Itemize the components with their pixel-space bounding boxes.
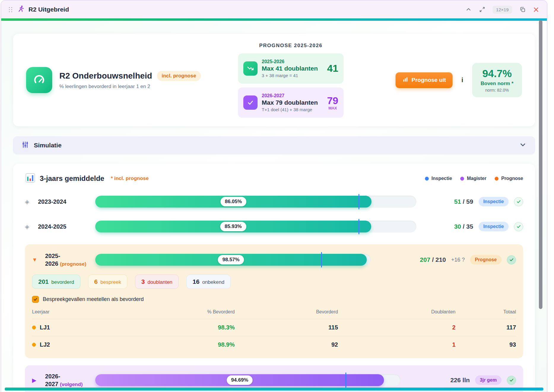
prognose-card-subtitle: 3 + 38 marge = 41 — [262, 73, 323, 78]
year-label-top: 2026- — [45, 373, 60, 380]
triangle-right-icon[interactable]: ▶ — [32, 377, 45, 384]
legend-dot-inspectie — [425, 177, 429, 181]
bespreek-checkbox-row[interactable]: Bespreekgevallen meetellen als bevorderd — [32, 296, 516, 303]
simulatie-accordion[interactable]: Simulatie — [13, 136, 535, 154]
fullscreen-icon[interactable] — [479, 6, 485, 13]
window-title: R2 Uitgebreid — [28, 6, 69, 13]
progress-fill: 85.93% — [95, 221, 371, 232]
norm-stat-card: 94.7% Boven norm * norm: 82.0% — [472, 63, 522, 97]
diamond-icon: ◈ — [25, 223, 38, 230]
prognose-card-year: 2026-2027 — [262, 93, 323, 98]
year-label-top: 2025- — [45, 253, 60, 259]
prognose-section-title: PROGNOSE 2025-2026 — [238, 43, 344, 49]
diamond-icon: ◈ — [25, 198, 38, 205]
score-value: 30 — [454, 223, 461, 230]
progress-fill: 94.69% — [95, 374, 384, 386]
prognose-card-value: 79 — [327, 95, 338, 106]
score-text: 226 lln — [450, 377, 470, 384]
legend-item-prognose: Prognose — [495, 176, 523, 181]
pill-doublanten: 3 doublanten — [135, 275, 179, 289]
legend-dot-prognose — [495, 177, 499, 181]
score-text: 207 / 210 — [420, 256, 446, 263]
pill-label: onbekend — [202, 279, 224, 285]
row-name: LJ1 — [40, 324, 50, 331]
row-name: LJ2 — [40, 341, 50, 348]
norm-stat-norm: norm: 82.0% — [479, 88, 515, 93]
prognose-card-title: Max 41 doublanten — [262, 65, 323, 72]
year-row-2024-2025: ◈ 2024-2025 85.93% 30 / 35 Inspectie — [25, 221, 523, 232]
year-row-2023-2024: ◈ 2023-2024 86.05% 51 / 59 Inspectie — [25, 196, 523, 208]
legend-item-magister: Magister — [460, 176, 486, 181]
score-value: 51 — [454, 198, 461, 205]
legend-label: Inspectie — [431, 176, 452, 181]
widget-size-badge: 12×19 — [493, 6, 512, 14]
progress-fill: 98.57% — [95, 254, 367, 266]
collapse-chevron-icon[interactable] — [465, 6, 472, 13]
year-label: 2026- 2027 (volgend) — [45, 372, 83, 388]
progress-track: 98.57% — [95, 254, 371, 266]
col-doublanten: Doublanten — [338, 309, 455, 315]
mini-chart-icon — [25, 173, 36, 184]
delta-text: +16 ? — [451, 257, 465, 263]
info-icon[interactable]: i — [461, 76, 463, 84]
check-circle-icon — [507, 376, 516, 385]
kpi-subtitle: % leerlingen bevorderd in leerjaar 1 en … — [59, 84, 201, 90]
score-value: 207 — [420, 256, 430, 263]
pill-bespreek: 6 bespreek — [88, 275, 128, 289]
progress-track: 86.05% — [95, 196, 416, 208]
prognose-card-year: 2025-2026 — [262, 59, 323, 64]
leerjaar-table: Leerjaar % Bevorderd Bevorderd Doublante… — [32, 309, 516, 350]
legend-item-inspectie: Inspectie — [425, 176, 452, 181]
checkbox-checked-icon[interactable] — [32, 296, 39, 303]
source-badge[interactable]: Inspectie — [479, 197, 509, 206]
drag-handle-icon[interactable] — [9, 7, 12, 12]
scrollbar[interactable] — [539, 20, 542, 391]
score-text: 30 / 35 — [454, 223, 473, 230]
norm-marker — [321, 252, 322, 267]
pill-value: 16 — [193, 278, 199, 285]
pill-value: 6 — [94, 278, 98, 285]
table-header: Leerjaar % Bevorderd Bevorderd Doublante… — [32, 309, 516, 319]
close-icon[interactable] — [533, 7, 539, 13]
source-badge[interactable]: Inspectie — [479, 222, 509, 231]
year-label: 2024-2025 — [38, 223, 66, 230]
orange-dot-icon — [32, 326, 36, 329]
row-bevorderd: 115 — [235, 324, 338, 331]
progress-fill: 86.05% — [95, 196, 372, 208]
scrollbar-thumb[interactable] — [539, 20, 542, 309]
score-text: 51 / 59 — [454, 198, 473, 205]
score-total: / 210 — [430, 256, 446, 263]
source-badge[interactable]: Prognose — [470, 255, 501, 264]
row-doublanten: 1 — [338, 341, 455, 348]
check-circle-icon — [514, 197, 523, 206]
source-badge[interactable]: 3jr gem — [475, 375, 501, 385]
check-circle-icon — [514, 222, 523, 231]
triangle-down-icon[interactable]: ▼ — [32, 257, 45, 263]
runner-icon — [17, 5, 25, 14]
norm-marker — [358, 194, 359, 209]
copy-icon[interactable] — [519, 6, 526, 13]
prognose-toggle-button[interactable]: Prognose uit — [396, 72, 453, 88]
year-label-bottom: 2026 — [45, 260, 60, 267]
prognose-card-title: Max 79 doublanten — [262, 99, 323, 106]
row-totaal: 93 — [455, 341, 516, 348]
check-circle-icon — [507, 255, 516, 264]
score-total: / 59 — [461, 198, 473, 205]
chevron-down-icon[interactable] — [519, 141, 527, 150]
bottom-accent-bar — [5, 388, 543, 391]
pill-label: bevorderd — [51, 279, 74, 285]
col-totaal: Totaal — [455, 309, 516, 315]
pill-label: doublanten — [147, 279, 172, 285]
bar-chart-icon — [402, 76, 409, 84]
pill-label: bespreek — [100, 279, 121, 285]
prognose-row-2025-2026: ▼ 2025- 2026 (prognose) 98.57% 207 / — [25, 244, 523, 358]
legend-dot-magister — [460, 177, 464, 181]
prognose-toggle-label: Prognose uit — [412, 77, 446, 83]
progress-track: 85.93% — [95, 221, 416, 232]
legend: Inspectie Magister Prognose — [425, 176, 523, 181]
year-label-suffix: (volgend) — [60, 382, 83, 387]
legend-label: Prognose — [501, 176, 523, 181]
status-pills: 201 bevorderd 6 bespreek 3 doublanten 16… — [32, 275, 516, 289]
trending-down-icon — [243, 61, 258, 76]
title-bar: R2 Uitgebreid 12×19 — [1, 1, 547, 18]
